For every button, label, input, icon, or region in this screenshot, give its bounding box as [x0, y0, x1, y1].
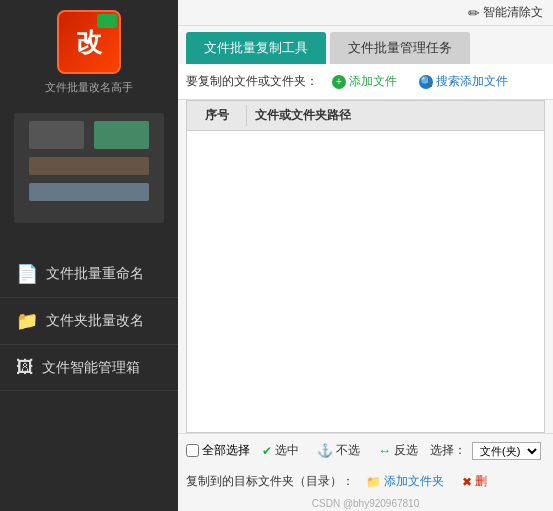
- select-label: 选中: [275, 442, 299, 459]
- add-folder-label: 添加文件夹: [384, 473, 444, 490]
- preview-area: [14, 113, 164, 223]
- watermark: CSDN @bhy920967810: [178, 498, 553, 511]
- sidebar-item-rename-files-label: 文件批量重命名: [46, 265, 144, 283]
- anchor-icon: ⚓: [317, 443, 333, 458]
- dest-row: 复制到的目标文件夹（目录）： 📁 添加文件夹 ✖ 删: [178, 467, 553, 498]
- tool-label: 要复制的文件或文件夹：: [186, 73, 318, 90]
- main-content: ✏ 智能清除文 文件批量复制工具 文件批量管理任务 要复制的文件或文件夹： + …: [178, 0, 553, 511]
- sidebar-item-rename-files[interactable]: 📄 文件批量重命名: [0, 251, 178, 298]
- sidebar-item-smart-manage-label: 文件智能管理箱: [42, 359, 140, 377]
- search-add-label: 搜索添加文件: [436, 73, 508, 90]
- add-folder-button[interactable]: 📁 添加文件夹: [360, 471, 450, 492]
- watermark-text: CSDN @bhy920967810: [312, 498, 419, 509]
- dest-label: 复制到的目标文件夹（目录）：: [186, 473, 354, 490]
- rename-files-icon: 📄: [16, 263, 38, 285]
- select-type-label: 选择：: [430, 442, 466, 459]
- rename-folders-icon: 📁: [16, 310, 38, 332]
- delete-icon: ✖: [462, 475, 472, 489]
- sidebar-item-rename-folders-label: 文件夹批量改名: [46, 312, 144, 330]
- search-add-file-button[interactable]: 🔍 搜索添加文件: [411, 70, 516, 93]
- col-seq: 序号: [187, 105, 247, 126]
- app-logo: 改: [57, 10, 121, 74]
- smart-clean-button[interactable]: ✏ 智能清除文: [468, 4, 543, 21]
- tab-copy-tool[interactable]: 文件批量复制工具: [186, 32, 326, 64]
- table-body: [187, 131, 544, 432]
- preview-block-4: [29, 183, 149, 201]
- delete-label: 删: [475, 473, 487, 490]
- file-type-select[interactable]: 文件(夹): [472, 442, 541, 460]
- sidebar-item-smart-manage[interactable]: 🖼 文件智能管理箱: [0, 345, 178, 391]
- smart-clean-label: 智能清除文: [483, 4, 543, 21]
- select-all-checkbox[interactable]: [186, 444, 199, 457]
- folder-icon: 📁: [366, 475, 381, 489]
- tool-row: 要复制的文件或文件夹： + 添加文件 🔍 搜索添加文件: [178, 64, 553, 100]
- reverse-icon: ↔: [378, 443, 391, 458]
- tab-row: 文件批量复制工具 文件批量管理任务: [178, 26, 553, 64]
- file-table: 序号 文件或文件夹路径: [186, 100, 545, 433]
- select-icon: ✔: [262, 444, 272, 458]
- reverse-button[interactable]: ↔ 反选: [372, 440, 424, 461]
- logo-area: 改 文件批量改名高手: [45, 10, 133, 95]
- add-file-label: 添加文件: [349, 73, 397, 90]
- sidebar-item-rename-folders[interactable]: 📁 文件夹批量改名: [0, 298, 178, 345]
- wand-icon: ✏: [468, 5, 480, 21]
- delete-button[interactable]: ✖ 删: [456, 471, 493, 492]
- sidebar: 改 文件批量改名高手 📄 文件批量重命名 📁 文件夹批量改名 🖼 文件智能管理箱: [0, 0, 178, 511]
- deselect-label: 不选: [336, 442, 360, 459]
- sidebar-menu: 📄 文件批量重命名 📁 文件夹批量改名 🖼 文件智能管理箱: [0, 251, 178, 511]
- smart-manage-icon: 🖼: [16, 357, 34, 378]
- select-all-checkbox-label[interactable]: 全部选择: [186, 442, 250, 459]
- bottom-controls: 全部选择 ✔ 选中 ⚓ 不选 ↔ 反选 选择： 文件(夹): [178, 433, 553, 467]
- select-all-label: 全部选择: [202, 442, 250, 459]
- preview-block-1: [29, 121, 84, 149]
- top-bar: ✏ 智能清除文: [178, 0, 553, 26]
- app-subtitle: 文件批量改名高手: [45, 80, 133, 95]
- preview-block-2: [94, 121, 149, 149]
- add-file-icon: +: [332, 75, 346, 89]
- table-header: 序号 文件或文件夹路径: [187, 101, 544, 131]
- preview-block-3: [29, 157, 149, 175]
- add-file-button[interactable]: + 添加文件: [324, 70, 405, 93]
- deselect-button[interactable]: ⚓ 不选: [311, 440, 366, 461]
- select-button[interactable]: ✔ 选中: [256, 440, 305, 461]
- reverse-label: 反选: [394, 442, 418, 459]
- search-icon: 🔍: [419, 75, 433, 89]
- col-path: 文件或文件夹路径: [247, 105, 544, 126]
- logo-chinese-char: 改: [76, 25, 102, 60]
- tab-manage-task[interactable]: 文件批量管理任务: [330, 32, 470, 64]
